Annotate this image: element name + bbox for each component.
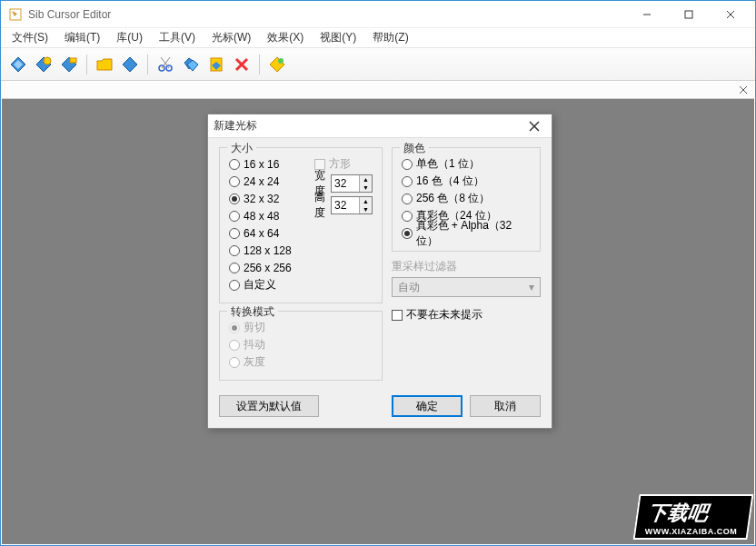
convert-legend: 转换模式	[227, 304, 278, 320]
app-icon	[8, 7, 23, 22]
document-bar	[2, 82, 754, 99]
menu-edit[interactable]: 编辑(T)	[57, 28, 107, 47]
delete-icon[interactable]	[230, 53, 254, 76]
app-title: Sib Cursor Editor	[28, 8, 626, 21]
menu-lib[interactable]: 库(U)	[109, 28, 150, 47]
copy-icon[interactable]	[179, 53, 203, 76]
radio-1bit[interactable]	[402, 159, 413, 170]
dontask-label: 不要在未来提示	[406, 307, 482, 323]
svg-point-8	[44, 57, 51, 65]
ok-button[interactable]: 确定	[392, 395, 463, 417]
radio-dither	[229, 340, 240, 351]
dialog-close-button[interactable]	[522, 116, 546, 136]
radio-256[interactable]	[229, 263, 240, 273]
svg-point-23	[278, 58, 284, 64]
open-icon[interactable]	[93, 53, 116, 76]
width-spinner[interactable]: ▲▼	[331, 174, 373, 193]
radio-128[interactable]	[229, 245, 240, 256]
height-up-icon[interactable]: ▲	[360, 197, 372, 205]
wizard-icon[interactable]	[265, 53, 289, 76]
resample-label: 重采样过滤器	[392, 259, 541, 274]
new-from-icon[interactable]	[32, 53, 55, 76]
menu-effects[interactable]: 效果(X)	[260, 28, 311, 47]
color-group: 颜色 单色（1 位） 16 色（4 位） 256 色（8 位） 真彩色（24 位…	[392, 147, 541, 252]
size-legend: 大小	[227, 141, 256, 156]
size-group: 大小 16 x 16 24 x 24 32 x 32 48 x 48 64 x …	[219, 147, 383, 303]
dialog-title: 新建光标	[214, 118, 522, 134]
radio-24bit[interactable]	[402, 211, 413, 222]
maximize-button[interactable]	[668, 1, 710, 28]
svg-rect-10	[70, 58, 76, 63]
dontask-checkbox[interactable]	[392, 310, 403, 321]
width-up-icon[interactable]: ▲	[360, 175, 372, 184]
color-legend: 颜色	[400, 141, 429, 156]
radio-48[interactable]	[229, 211, 240, 222]
radio-4bit[interactable]	[402, 176, 413, 187]
radio-gray	[229, 357, 240, 368]
radio-shear	[229, 323, 240, 333]
close-button[interactable]	[710, 1, 751, 28]
radio-32bit[interactable]	[402, 228, 413, 239]
svg-line-14	[162, 57, 170, 68]
cut-icon[interactable]	[154, 53, 177, 76]
radio-16[interactable]	[229, 159, 240, 170]
menu-cursor[interactable]: 光标(W)	[204, 28, 258, 47]
svg-line-15	[161, 57, 169, 68]
titlebar: Sib Cursor Editor	[1, 1, 755, 28]
height-input[interactable]	[332, 197, 359, 213]
width-down-icon[interactable]: ▼	[360, 184, 372, 192]
menubar: 文件(S) 编辑(T) 库(U) 工具(V) 光标(W) 效果(X) 视图(Y)…	[1, 28, 755, 48]
menu-file[interactable]: 文件(S)	[5, 28, 55, 47]
menu-help[interactable]: 帮助(Z)	[365, 28, 415, 47]
radio-64[interactable]	[229, 228, 240, 239]
menu-tools[interactable]: 工具(V)	[152, 28, 203, 47]
radio-32[interactable]	[229, 194, 240, 204]
minimize-button[interactable]	[626, 1, 668, 28]
cancel-button[interactable]: 取消	[470, 395, 541, 417]
new-multi-icon[interactable]	[57, 53, 81, 76]
dialog-titlebar: 新建光标	[208, 114, 552, 138]
toolbar	[1, 48, 755, 81]
set-default-button[interactable]: 设置为默认值	[219, 395, 319, 417]
width-input[interactable]	[332, 175, 359, 192]
watermark: 下载吧 WWW.XIAZAIBA.COM	[632, 494, 753, 540]
new-cursor-icon[interactable]	[6, 53, 30, 76]
new-cursor-dialog: 新建光标 大小 16 x 16 24 x 24 32 x 32 48 x 48 …	[207, 114, 552, 429]
convert-group: 转换模式 剪切 抖动 灰度	[219, 311, 383, 381]
radio-8bit[interactable]	[402, 194, 413, 204]
resample-combo: 自动	[392, 277, 541, 297]
height-label: 高度	[314, 190, 325, 221]
document-close-icon[interactable]	[736, 83, 751, 97]
save-icon[interactable]	[118, 53, 142, 76]
svg-rect-2	[685, 11, 692, 18]
paste-icon[interactable]	[204, 53, 228, 76]
radio-custom[interactable]	[229, 280, 240, 291]
svg-marker-11	[123, 57, 137, 72]
height-spinner[interactable]: ▲▼	[331, 196, 373, 214]
radio-24[interactable]	[229, 176, 240, 187]
height-down-icon[interactable]: ▼	[360, 205, 372, 213]
menu-view[interactable]: 视图(Y)	[313, 28, 363, 47]
